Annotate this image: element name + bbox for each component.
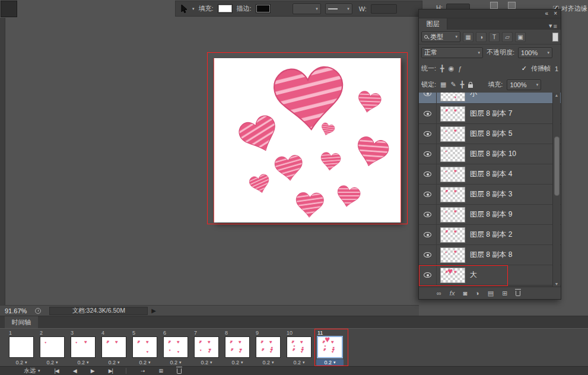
duplicate-frame-button[interactable]: ⊞ — [158, 368, 163, 374]
frame-thumbnail[interactable]: ♥♥♥♥♥ — [163, 336, 188, 358]
next-frame-button[interactable]: ▶| — [109, 368, 113, 374]
filter-smart-object-icon[interactable]: ▣ — [515, 32, 526, 42]
lock-all-icon[interactable] — [468, 84, 473, 88]
layer-mask-icon[interactable]: ◙ — [463, 290, 467, 297]
visibility-toggle[interactable] — [419, 144, 437, 164]
stroke-swatch[interactable] — [256, 4, 271, 13]
frame-delay-selector[interactable]: 0.2 ▾ — [100, 359, 128, 366]
scroll-up-icon[interactable]: ▲ — [553, 93, 560, 97]
timeline-frame[interactable]: 1 0.2 ▾ — [7, 330, 37, 366]
layer-thumbnail[interactable]: ♥♥♥ — [440, 106, 465, 122]
frame-delay-selector[interactable]: 0.2 ▾ — [224, 359, 251, 366]
propagate-check-icon[interactable]: ✓ — [522, 65, 527, 72]
frame-delay-selector[interactable]: 0.2 ▾ — [255, 359, 282, 366]
fill-combo[interactable]: 100% ▾ — [507, 80, 541, 90]
tab-timeline[interactable]: 时间轴 — [5, 316, 38, 328]
filter-switch-icon[interactable] — [552, 33, 558, 42]
unify-position-icon[interactable]: ╋ — [440, 65, 444, 72]
timeline-frame[interactable]: 2 ♥ 0.2 ▾ — [38, 330, 68, 366]
zoom-level[interactable]: 91.67% — [5, 307, 27, 314]
timeline-frame[interactable]: 8 ♥♥♥♥♥♥♥ 0.2 ▾ — [223, 330, 253, 366]
tool-dropdown-icon[interactable]: ▾ — [192, 7, 195, 11]
close-icon[interactable]: × — [554, 11, 557, 17]
new-layer-icon[interactable]: ⊞ — [502, 290, 507, 297]
unify-style-icon[interactable]: ƒ — [458, 65, 462, 72]
lock-paint-icon[interactable]: ✎ — [450, 81, 456, 88]
layer-row[interactable]: ♥♥ 图层 8 副本 8 — [419, 245, 561, 265]
layer-thumbnail[interactable]: ♥♥ — [440, 126, 465, 142]
frame-delay-selector[interactable]: 0.2 ▾ — [131, 359, 158, 366]
frame-delay-selector[interactable]: 0.2 ▾ — [193, 359, 220, 366]
scroll-down-icon[interactable]: ▼ — [553, 282, 560, 286]
toolbar-extra-icon[interactable] — [508, 2, 516, 9]
previous-frame-button[interactable]: ◀ — [73, 368, 77, 374]
layer-row[interactable]: ♥♥♥ 图层 8 副本 7 — [419, 104, 561, 124]
layer-row[interactable]: ♥♥ 图层 8 副本 9 — [419, 205, 561, 225]
unify-visibility-icon[interactable]: ◉ — [449, 65, 454, 72]
timeline-frame[interactable]: 5 ♥♥♥♥ 0.2 ▾ — [131, 330, 160, 366]
fill-swatch[interactable] — [218, 4, 233, 13]
timeline-frame[interactable]: 7 ♥♥♥♥♥♥ 0.2 ▾ — [192, 330, 222, 366]
timeline-frame[interactable]: 3 ♥♥ 0.2 ▾ — [69, 330, 98, 366]
layer-thumbnail[interactable]: ♥♥♥♥ — [440, 93, 465, 101]
layer-thumbnail[interactable]: ♥♥ — [440, 247, 465, 263]
layer-thumbnail[interactable]: ♥♥♥ — [440, 227, 465, 243]
visibility-toggle[interactable] — [419, 265, 437, 285]
frame-thumbnail[interactable]: ♥♥♥♥ — [132, 336, 157, 358]
frame-thumbnail[interactable]: ♥♥♥♥♥♥♥♥♥♥ — [317, 336, 342, 358]
scrollbar-thumb[interactable] — [554, 136, 560, 196]
timeline-frame[interactable]: 10 ♥♥♥♥♥♥♥♥♥ 0.2 ▾ — [285, 330, 314, 366]
visibility-toggle[interactable] — [419, 225, 437, 245]
visibility-toggle[interactable] — [419, 205, 437, 225]
document-canvas[interactable] — [214, 58, 401, 223]
stroke-style-combo[interactable]: ▾ — [325, 4, 352, 14]
opacity-combo[interactable]: 100% ▾ — [518, 47, 552, 58]
adjustment-layer-icon[interactable]: ◑ — [475, 290, 479, 297]
play-button[interactable]: ▶ — [91, 368, 94, 374]
frame-thumbnail[interactable]: ♥ — [40, 336, 65, 358]
visibility-toggle[interactable] — [419, 164, 437, 185]
timeline-frame-selected[interactable]: 11 ♥♥♥♥♥♥♥♥♥♥ 0.2 ▾ — [316, 330, 345, 366]
timeline-frame[interactable]: 6 ♥♥♥♥♥ 0.2 ▾ — [161, 330, 191, 366]
tab-layers[interactable]: 图层 — [419, 18, 447, 30]
layer-row[interactable]: ♥♥♥♥ 大 — [419, 265, 561, 285]
filter-pixel-icon[interactable]: ▦ — [463, 32, 473, 42]
visibility-toggle[interactable] — [419, 93, 437, 104]
layer-style-fx-icon[interactable]: fx — [450, 290, 455, 297]
frame-thumbnail[interactable]: ♥♥♥♥♥♥ — [194, 336, 219, 358]
layer-thumbnail[interactable]: ♥♥♥ — [440, 187, 465, 202]
frame-delay-selector[interactable]: 0.2 ▾ — [162, 359, 189, 366]
collapse-panel-icon[interactable]: « — [545, 11, 549, 17]
layer-row[interactable]: ♥♥ 图层 8 副本 5 — [419, 124, 561, 144]
layer-group-icon[interactable]: ▤ — [488, 290, 494, 297]
lock-transparency-icon[interactable]: ▦ — [440, 81, 446, 88]
frame-thumbnail[interactable]: ♥♥♥♥♥♥♥♥♥ — [287, 336, 312, 358]
layer-list-scrollbar[interactable]: ▲ ▼ — [552, 93, 560, 287]
stroke-width-combo[interactable]: ▾ — [293, 4, 321, 14]
layer-row[interactable]: ♥♥♥♥ 小 — [419, 93, 561, 104]
status-menu-arrow-icon[interactable]: ▶ — [151, 307, 156, 314]
frame-thumbnail[interactable]: ♥♥♥ — [101, 336, 126, 358]
path-selection-tool-icon[interactable] — [180, 4, 188, 13]
filter-adjustment-icon[interactable]: ◑ — [476, 32, 487, 42]
tween-button[interactable]: ⇢ — [141, 368, 145, 374]
loop-count-selector[interactable]: 永远 ▾ — [24, 367, 40, 375]
visibility-toggle[interactable] — [419, 104, 437, 124]
timeline-frame[interactable]: 9 ♥♥♥♥♥♥♥♥ 0.2 ▾ — [254, 330, 284, 366]
frame-thumbnail[interactable]: ♥♥ — [71, 336, 96, 358]
timeline-frame[interactable]: 4 ♥♥♥ 0.2 ▾ — [100, 330, 129, 366]
visibility-toggle[interactable] — [419, 245, 437, 265]
first-frame-button[interactable]: |◀ — [55, 368, 59, 374]
filter-shape-icon[interactable]: ▱ — [502, 32, 513, 42]
blend-mode-combo[interactable]: 正常 ▾ — [421, 47, 483, 58]
frame-delay-selector[interactable]: 0.2 ▾ — [8, 359, 35, 366]
panel-menu-icon[interactable]: ▾ ≡ — [549, 22, 561, 30]
frame-delay-selector[interactable]: 0.2 ▾ — [316, 359, 344, 366]
filter-type-icon[interactable]: T — [489, 32, 500, 42]
layer-thumbnail[interactable]: ♥♥ — [440, 207, 465, 223]
frame-thumbnail[interactable] — [9, 336, 34, 358]
delete-frame-button[interactable] — [177, 368, 182, 374]
layer-thumbnail[interactable]: ♥ — [440, 147, 465, 162]
layer-thumbnail[interactable]: ♥♥ — [440, 167, 465, 182]
visibility-toggle[interactable] — [419, 124, 437, 144]
